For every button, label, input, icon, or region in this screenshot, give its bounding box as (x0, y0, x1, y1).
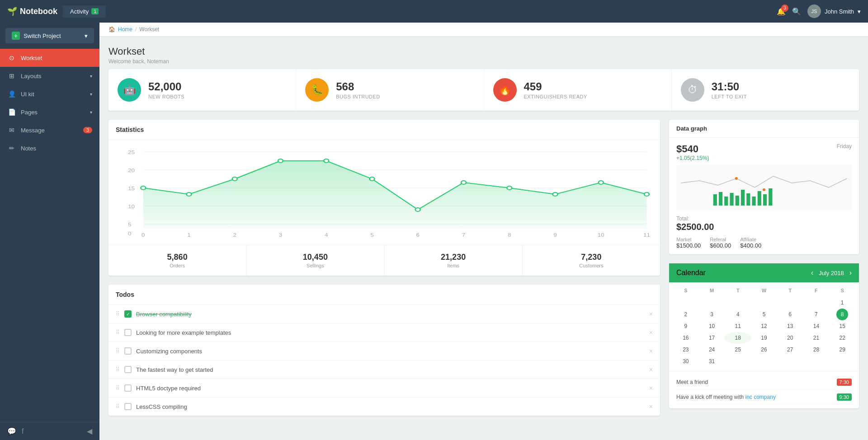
cal-day-7[interactable]: 7 (803, 309, 830, 320)
cal-day-25[interactable]: 25 (725, 344, 751, 356)
cal-day-5[interactable]: 5 (751, 309, 777, 320)
todo-drag-5[interactable]: ⠿ (116, 385, 120, 391)
bell-icon[interactable]: 🔔 3 (777, 7, 786, 16)
cal-day-8-today[interactable]: 8 (836, 309, 848, 320)
breadcrumb-sep: / (135, 26, 137, 33)
sidebar-item-uikit[interactable]: 👤 UI kit ▾ (0, 85, 99, 103)
cal-day-12[interactable]: 12 (751, 320, 777, 332)
cal-day-13[interactable]: 13 (777, 320, 803, 332)
svg-text:10: 10 (598, 233, 604, 238)
todo-drag-3[interactable]: ⠿ (116, 348, 120, 354)
sidebar-label-notes: Notes (21, 145, 36, 152)
cal-day-27[interactable]: 27 (777, 344, 803, 356)
cal-day-24[interactable]: 24 (699, 344, 725, 356)
cal-day-empty-1 (673, 297, 699, 309)
facebook-icon[interactable]: f (22, 427, 24, 435)
cal-day-20[interactable]: 20 (777, 332, 803, 344)
dg-total-value: $2500.00 (676, 222, 852, 232)
todo-remove-6[interactable]: × (649, 403, 653, 410)
cal-day-15[interactable]: 15 (829, 320, 855, 332)
cal-prev-button[interactable]: ‹ (811, 269, 813, 277)
cal-event-1: Meet a friend 7:30 (676, 375, 852, 390)
dg-affiliate-value: $400.00 (740, 242, 761, 249)
todo-checkbox-6[interactable] (124, 403, 132, 410)
extinguishers-value: 459 (524, 80, 587, 93)
todo-checkbox-2[interactable] (124, 329, 132, 336)
sidebar-label-pages: Pages (21, 109, 38, 116)
cal-day-22[interactable]: 22 (829, 332, 855, 344)
todo-drag-6[interactable]: ⠿ (116, 403, 120, 410)
cal-day-4[interactable]: 4 (725, 309, 751, 320)
svg-text:9: 9 (553, 233, 557, 238)
pages-icon: 📄 (7, 108, 16, 116)
cal-day-23[interactable]: 23 (673, 344, 699, 356)
sidebar-item-workset[interactable]: ⊙ Workset (0, 49, 99, 67)
todos-header: Todos (108, 285, 660, 304)
dg-referal: Referal $600.00 (710, 237, 731, 249)
stat-bottom-items: 21,230 Items (385, 245, 523, 276)
svg-text:25: 25 (128, 150, 135, 155)
todo-item-6: ⠿ LessCSS compiling × (108, 397, 660, 416)
cal-day-26[interactable]: 26 (751, 344, 777, 356)
bell-badge: 3 (781, 5, 788, 12)
cal-day-11[interactable]: 11 (725, 320, 751, 332)
cal-event-1-time: 7:30 (837, 379, 852, 386)
todo-drag-4[interactable]: ⠿ (116, 366, 120, 373)
search-icon[interactable]: 🔍 (792, 7, 801, 16)
cal-day-17[interactable]: 17 (699, 332, 725, 344)
cal-day-2[interactable]: 2 (673, 309, 699, 320)
todo-checkbox-1[interactable]: ✓ (124, 310, 132, 318)
sidebar-item-layouts[interactable]: ⊞ Layouts ▾ (0, 67, 99, 85)
chat-icon[interactable]: 💬 (7, 427, 16, 435)
todo-remove-5[interactable]: × (649, 384, 653, 392)
calendar-title: Calendar (676, 269, 706, 277)
dg-breakdown: Market $1500.00 Referal $600.00 Affiliat… (676, 237, 852, 249)
todo-remove-4[interactable]: × (649, 366, 653, 373)
cal-day-29[interactable]: 29 (829, 344, 855, 356)
cal-day-28[interactable]: 28 (803, 344, 830, 356)
cal-next-button[interactable]: › (849, 269, 852, 277)
cal-header-sun: S (673, 286, 699, 295)
switch-project-button[interactable]: + Switch Project ▾ (5, 28, 94, 43)
calendar-grid: S M T W T F S (669, 282, 859, 371)
todo-drag-1[interactable]: ⠿ (116, 311, 120, 317)
cal-day-14[interactable]: 14 (803, 320, 830, 332)
cal-day-6[interactable]: 6 (777, 309, 803, 320)
todo-checkbox-4[interactable] (124, 366, 132, 373)
activity-tab[interactable]: Activity 1 (63, 5, 106, 18)
sidebar-item-message[interactable]: ✉ Message 3 (0, 121, 99, 139)
todo-drag-2[interactable]: ⠿ (116, 329, 120, 336)
user-name: John Smith (825, 8, 854, 15)
cal-day-3[interactable]: 3 (699, 309, 725, 320)
svg-point-24 (141, 186, 146, 190)
uikit-icon: 👤 (7, 90, 16, 98)
cal-day-19[interactable]: 19 (751, 332, 777, 344)
cal-day-18[interactable]: 18 (725, 332, 751, 344)
svg-point-32 (507, 186, 512, 190)
todo-remove-3[interactable]: × (649, 347, 653, 355)
cal-header-mon: M (699, 286, 725, 295)
cal-day-31[interactable]: 31 (699, 356, 725, 367)
cal-day-9[interactable]: 9 (673, 320, 699, 332)
cal-day-10[interactable]: 10 (699, 320, 725, 332)
collapse-icon[interactable]: ◀ (87, 427, 92, 435)
user-menu[interactable]: JS John Smith ▾ (807, 5, 861, 18)
dg-referal-label: Referal (710, 237, 731, 242)
cal-day-16[interactable]: 16 (673, 332, 699, 344)
sidebar-item-pages[interactable]: 📄 Pages ▾ (0, 103, 99, 121)
sidebar-item-notes[interactable]: ✏ Notes (0, 139, 99, 157)
user-menu-arrow: ▾ (858, 8, 861, 15)
sidebar: + Switch Project ▾ ⊙ Workset ⊞ Layouts ▾… (0, 23, 99, 440)
todo-remove-2[interactable]: × (649, 329, 653, 336)
cal-day-1[interactable]: 1 (829, 297, 855, 309)
todo-remove-1[interactable]: × (649, 310, 653, 318)
calendar-card: Calendar ‹ July 2018 › S M T W (669, 263, 859, 408)
svg-rect-45 (752, 197, 755, 206)
todo-item-3: ⠿ Customizing components × (108, 342, 660, 360)
todo-checkbox-3[interactable] (124, 347, 132, 355)
cal-day-21[interactable]: 21 (803, 332, 830, 344)
cal-day-30[interactable]: 30 (673, 356, 699, 367)
todo-checkbox-5[interactable] (124, 384, 132, 392)
customers-label: Customers (530, 263, 653, 268)
breadcrumb-home[interactable]: Home (118, 26, 132, 33)
